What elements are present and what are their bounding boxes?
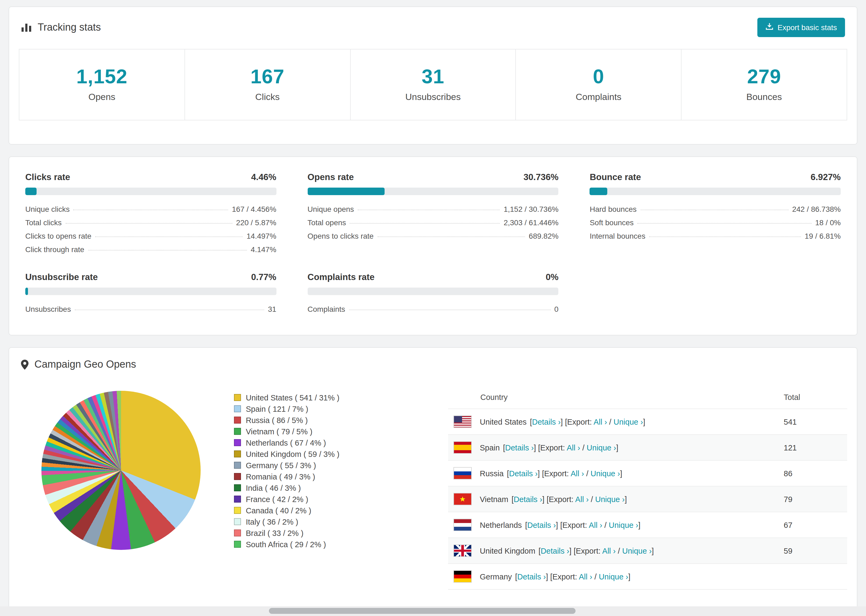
export-unique-link[interactable]: Unique › bbox=[614, 417, 643, 426]
export-prefix: [Export: bbox=[560, 520, 589, 529]
stat-value: 31 bbox=[350, 66, 516, 88]
bracket-open: [ bbox=[512, 495, 514, 503]
rate-head: Clicks rate 4.46% bbox=[25, 172, 276, 182]
legend-label: India ( 46 / 3% ) bbox=[246, 484, 301, 492]
legend-item: Romania ( 49 / 3% ) bbox=[234, 471, 339, 482]
legend-item: Brazil ( 33 / 2% ) bbox=[234, 527, 339, 539]
export-unique-link[interactable]: Unique › bbox=[595, 495, 625, 503]
export-all-link[interactable]: All › bbox=[579, 572, 592, 581]
export-all-link[interactable]: All › bbox=[567, 443, 580, 452]
geo-table-rows: United States [Details ›] [Export: All ›… bbox=[448, 409, 847, 590]
details-link[interactable]: Details › bbox=[540, 546, 569, 555]
export-all-link[interactable]: All › bbox=[575, 495, 589, 503]
export-unique-link[interactable]: Unique › bbox=[590, 469, 620, 478]
rate-value: 0% bbox=[546, 272, 559, 282]
page: Tracking stats Export basic stats 1,152 … bbox=[0, 0, 866, 616]
legend-label: United Kingdom ( 59 / 3% ) bbox=[246, 449, 339, 458]
export-unique-link[interactable]: Unique › bbox=[622, 546, 652, 555]
country-cell: Vietnam [Details ›] [Export: All › / Uni… bbox=[448, 493, 784, 505]
rate-row-label: Internal bounces bbox=[590, 231, 646, 240]
details-link[interactable]: Details › bbox=[509, 469, 538, 478]
bracket-close: ] bbox=[556, 520, 560, 529]
bracket-close: ] bbox=[625, 495, 627, 503]
bar-chart-icon bbox=[21, 23, 32, 32]
export-all-link[interactable]: All › bbox=[602, 546, 616, 555]
stat-value: 1,152 bbox=[19, 66, 184, 88]
rate-value: 0.77% bbox=[251, 272, 277, 282]
rate-rows: Unique clicks 167 / 4.456% Total clicks … bbox=[25, 202, 276, 256]
legend-swatch-icon bbox=[234, 462, 241, 469]
geo-table-row: Netherlands [Details ›] [Export: All › /… bbox=[448, 512, 847, 538]
rate-row-value: 689.82% bbox=[529, 231, 559, 240]
geo-table-header: Country Total bbox=[448, 385, 847, 409]
rate-row: Total clicks 220 / 5.87% bbox=[25, 215, 276, 229]
geo-table-row: United States [Details ›] [Export: All ›… bbox=[448, 409, 847, 435]
rate-row: Complaints 0 bbox=[307, 302, 558, 316]
rate-row-value: 167 / 4.456% bbox=[232, 204, 276, 213]
rate-block: Clicks rate 4.46% Unique clicks 167 / 4.… bbox=[25, 172, 276, 256]
export-basic-stats-button[interactable]: Export basic stats bbox=[757, 18, 845, 37]
export-prefix: [Export: bbox=[546, 495, 575, 503]
country-cell: Netherlands [Details ›] [Export: All › /… bbox=[448, 519, 784, 531]
horizontal-scrollbar-thumb[interactable] bbox=[269, 608, 576, 614]
export-separator: / bbox=[602, 520, 609, 529]
rate-row-value: 0 bbox=[554, 305, 559, 313]
stat-cell: 167 Clicks bbox=[184, 49, 350, 120]
rate-title: Clicks rate bbox=[25, 172, 70, 182]
bracket-close: ] bbox=[628, 572, 630, 581]
legend-label: Netherlands ( 67 / 4% ) bbox=[246, 438, 326, 447]
bracket-close: ] bbox=[569, 546, 574, 555]
country-total: 59 bbox=[784, 546, 847, 555]
legend-item: United Kingdom ( 59 / 3% ) bbox=[234, 448, 339, 460]
export-separator: / bbox=[607, 417, 614, 426]
rate-rows: Unique opens 1,152 / 30.736% Total opens… bbox=[307, 202, 558, 242]
bracket-open: [ bbox=[515, 572, 517, 581]
details-link[interactable]: Details › bbox=[514, 495, 542, 503]
rate-row-value: 31 bbox=[268, 305, 276, 313]
rate-block: Unsubscribe rate 0.77% Unsubscribes 31 bbox=[25, 272, 276, 316]
details-link[interactable]: Details › bbox=[532, 417, 561, 426]
geo-table-row: Vietnam [Details ›] [Export: All › / Uni… bbox=[448, 486, 847, 512]
legend-swatch-icon bbox=[234, 428, 241, 435]
rate-row-label: Unique opens bbox=[307, 204, 354, 213]
export-unique-link[interactable]: Unique › bbox=[609, 520, 638, 529]
details-link[interactable]: Details › bbox=[517, 572, 546, 581]
bracket-close: ] bbox=[638, 520, 640, 529]
export-separator: / bbox=[589, 495, 595, 503]
details-link[interactable]: Details › bbox=[527, 520, 556, 529]
country-cell: Russia [Details ›] [Export: All › / Uniq… bbox=[448, 467, 784, 479]
export-unique-link[interactable]: Unique › bbox=[599, 572, 628, 581]
legend-item: Italy ( 36 / 2% ) bbox=[234, 516, 339, 527]
export-all-link[interactable]: All › bbox=[589, 520, 602, 529]
stat-label: Bounces bbox=[682, 92, 847, 103]
country-total: 86 bbox=[784, 469, 847, 478]
flag-vn-icon bbox=[453, 493, 472, 505]
geo-body: United States ( 541 / 31% ) Spain ( 121 … bbox=[9, 381, 857, 606]
rate-row-value: 18 / 0% bbox=[815, 218, 841, 226]
geo-title-row: Campaign Geo Opens bbox=[21, 358, 136, 370]
rate-row-label: Unsubscribes bbox=[25, 305, 71, 313]
export-all-link[interactable]: All › bbox=[594, 417, 607, 426]
details-link[interactable]: Details › bbox=[505, 443, 534, 452]
dotted-leader bbox=[640, 209, 788, 210]
bracket-close: ] bbox=[546, 572, 550, 581]
horizontal-scrollbar-track[interactable] bbox=[0, 606, 866, 616]
export-unique-link[interactable]: Unique › bbox=[587, 443, 616, 452]
country-name: United States bbox=[480, 417, 527, 426]
stat-cell: 279 Bounces bbox=[681, 49, 847, 120]
export-prefix: [Export: bbox=[538, 443, 567, 452]
country-row-links: [Details ›] [Export: All › / Unique ›] bbox=[515, 572, 630, 581]
rates-card: Clicks rate 4.46% Unique clicks 167 / 4.… bbox=[9, 156, 857, 335]
legend-item: Vietnam ( 79 / 5% ) bbox=[234, 426, 339, 437]
rate-head: Bounce rate 6.927% bbox=[590, 172, 841, 182]
rate-row: Internal bounces 19 / 6.81% bbox=[590, 229, 841, 242]
rate-row: Clicks to opens rate 14.497% bbox=[25, 229, 276, 242]
export-all-link[interactable]: All › bbox=[571, 469, 584, 478]
legend-label: United States ( 541 / 31% ) bbox=[246, 393, 339, 402]
map-pin-icon bbox=[21, 359, 28, 369]
geo-table-row: Spain [Details ›] [Export: All › / Uniqu… bbox=[448, 435, 847, 460]
legend-swatch-icon bbox=[234, 416, 241, 424]
dotted-leader bbox=[75, 310, 265, 310]
rate-row-value: 2,303 / 61.446% bbox=[504, 218, 559, 226]
stat-label: Unsubscribes bbox=[350, 92, 516, 103]
